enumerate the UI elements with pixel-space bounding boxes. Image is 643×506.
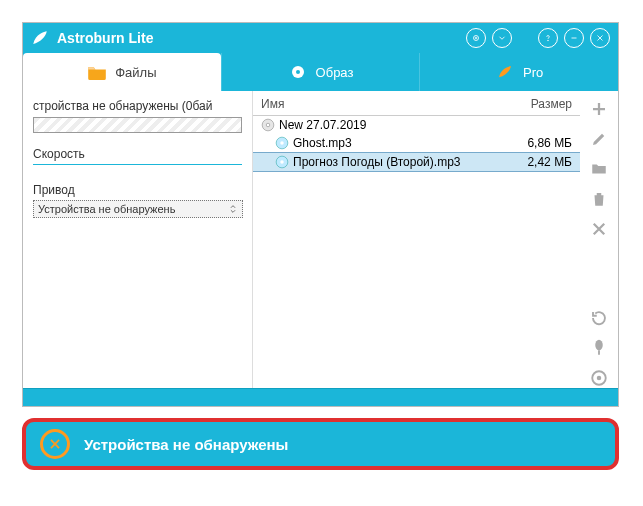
- progress-bar: [33, 117, 242, 133]
- drive-label: Привод: [33, 183, 242, 197]
- file-list: Имя Размер New 27.07.2019 Ghost.mp3 6,86…: [253, 91, 580, 388]
- svg-point-13: [280, 160, 284, 164]
- disc-small-icon: [261, 118, 275, 132]
- error-message: Устройства не обнаружены: [84, 436, 288, 453]
- drive-select[interactable]: Устройства не обнаружень: [33, 200, 243, 218]
- audio-file-icon: [275, 155, 289, 169]
- tab-image[interactable]: Образ: [221, 53, 420, 91]
- right-toolbar: [580, 91, 618, 388]
- header-size[interactable]: Размер: [492, 97, 572, 111]
- device-status-text: стройства не обнаружены (0бай: [33, 99, 242, 113]
- item-name: Прогноз Погоды (Второй).mp3: [293, 155, 492, 169]
- close-button[interactable]: [590, 28, 610, 48]
- speed-label: Скорость: [33, 147, 242, 161]
- tab-image-label: Образ: [316, 65, 354, 80]
- minimize-button[interactable]: [564, 28, 584, 48]
- settings-button[interactable]: [466, 28, 486, 48]
- svg-point-9: [266, 123, 270, 127]
- app-title: Astroburn Lite: [57, 30, 466, 46]
- dropdown-caret-button[interactable]: [492, 28, 512, 48]
- svg-point-0: [474, 36, 479, 41]
- burn-button[interactable]: [589, 368, 609, 388]
- svg-point-16: [597, 376, 602, 381]
- statusbar: [23, 388, 618, 406]
- refresh-button[interactable]: [589, 308, 609, 328]
- edit-button[interactable]: [589, 129, 609, 149]
- remove-button[interactable]: [589, 219, 609, 239]
- titlebar: Astroburn Lite: [23, 23, 618, 53]
- error-icon: [40, 429, 70, 459]
- drive-select-value: Устройства не обнаружень: [38, 203, 175, 215]
- tab-bar: Файлы Образ Pro: [23, 53, 618, 91]
- list-header: Имя Размер: [253, 91, 580, 116]
- tab-files[interactable]: Файлы: [23, 53, 221, 91]
- root-name: New 27.07.2019: [279, 118, 572, 132]
- speed-divider: [33, 164, 242, 165]
- folder-icon: [87, 64, 107, 80]
- list-item[interactable]: Прогноз Погоды (Второй).mp3 2,42 МБ: [253, 152, 580, 172]
- file-area: Имя Размер New 27.07.2019 Ghost.mp3 6,86…: [253, 91, 618, 388]
- error-bar: Устройства не обнаружены: [22, 418, 619, 470]
- chevron-updown-icon: [228, 204, 238, 214]
- add-button[interactable]: [589, 99, 609, 119]
- options-button[interactable]: [589, 338, 609, 358]
- feather-icon: [495, 64, 515, 80]
- svg-point-1: [475, 37, 477, 39]
- list-root-row[interactable]: New 27.07.2019: [253, 116, 580, 134]
- audio-file-icon: [275, 136, 289, 150]
- newfolder-button[interactable]: [589, 159, 609, 179]
- delete-button[interactable]: [589, 189, 609, 209]
- sidebar: стройства не обнаружены (0бай Скорость П…: [23, 91, 253, 388]
- svg-point-7: [296, 70, 300, 74]
- help-button[interactable]: [538, 28, 558, 48]
- header-name[interactable]: Имя: [261, 97, 492, 111]
- tab-pro[interactable]: Pro: [419, 53, 618, 91]
- tab-pro-label: Pro: [523, 65, 543, 80]
- tab-files-label: Файлы: [115, 65, 156, 80]
- content-area: стройства не обнаружены (0бай Скорость П…: [23, 91, 618, 388]
- item-size: 6,86 МБ: [492, 136, 572, 150]
- item-size: 2,42 МБ: [492, 155, 572, 169]
- disc-icon: [288, 64, 308, 80]
- svg-point-14: [595, 340, 603, 351]
- svg-point-2: [548, 40, 549, 41]
- list-item[interactable]: Ghost.mp3 6,86 МБ: [253, 134, 580, 152]
- app-window: Astroburn Lite Файлы Образ Pro стройства…: [22, 22, 619, 407]
- item-name: Ghost.mp3: [293, 136, 492, 150]
- svg-point-11: [280, 141, 284, 145]
- app-logo-icon: [31, 29, 49, 47]
